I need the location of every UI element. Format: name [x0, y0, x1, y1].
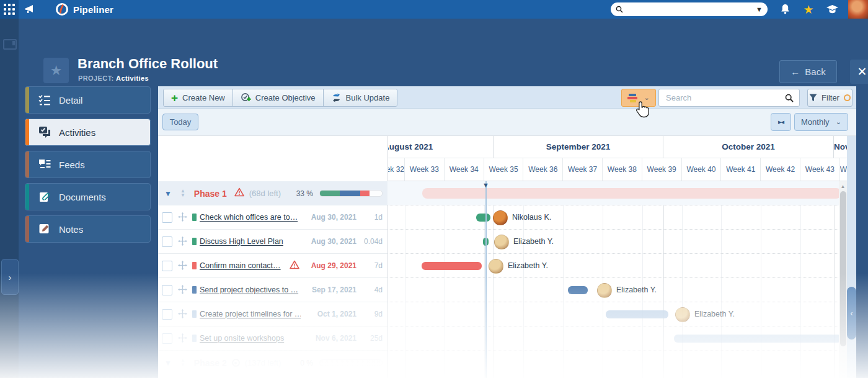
task-checkbox[interactable]	[162, 309, 172, 320]
task-gantt-bar[interactable]	[674, 335, 839, 343]
task-checkbox[interactable]	[162, 212, 172, 223]
today-button[interactable]: Today	[162, 114, 198, 130]
move-handle-icon[interactable]	[178, 285, 188, 295]
collapse-columns-button[interactable]: ▸◂	[771, 113, 791, 131]
open-right-panel-button[interactable]: ‹	[847, 287, 856, 340]
toolbar-button-group: + Create New Create Objective Bulk Updat…	[163, 89, 397, 107]
project-favorite-button[interactable]: ★	[43, 58, 69, 83]
move-handle-icon[interactable]	[178, 333, 188, 343]
academy-button[interactable]	[821, 0, 843, 19]
gantt-controls-row: Today ▸◂ Monthly ⌄	[158, 109, 856, 136]
sidebar-item-color-stripe	[25, 216, 29, 242]
task-gantt-bar[interactable]	[476, 214, 490, 222]
gantt-chart-body: Nikolaus K.Elizabeth Y.Elizabeth Y.Eliza…	[388, 181, 839, 378]
bulk-update-button[interactable]: Bulk Update	[324, 89, 397, 106]
user-avatar[interactable]	[848, 0, 868, 19]
notifications-button[interactable]	[774, 0, 796, 19]
task-due-date: Aug 30, 2021	[301, 213, 356, 222]
close-button[interactable]: ✕	[850, 60, 868, 84]
task-checkbox[interactable]	[162, 261, 172, 271]
scrollbar-thumb[interactable]	[840, 191, 846, 346]
global-search-box[interactable]: ▼	[611, 2, 768, 16]
week-label: Week 44	[840, 165, 847, 174]
announcements-button[interactable]	[22, 2, 38, 17]
phase-list-row: ▼▲▼Phase 2(137d left)0 %	[158, 351, 388, 375]
gantt-search-box[interactable]	[658, 89, 800, 107]
task-gantt-bar[interactable]	[568, 286, 588, 294]
favorites-button[interactable]: ★	[797, 0, 820, 19]
timescale-select[interactable]: Monthly ⌄	[794, 113, 848, 131]
back-button[interactable]: ← Back	[779, 60, 837, 83]
phase-name[interactable]: Phase 1	[194, 189, 227, 199]
sidebar-item-activities[interactable]: Activities	[25, 119, 151, 146]
expand-collapse-icon[interactable]: ▼	[164, 189, 172, 198]
filter-indicator-icon	[844, 94, 851, 101]
task-list-row: Send project objectives to …Sep 17, 2021…	[158, 278, 388, 302]
filter-button[interactable]: Filter	[807, 89, 852, 107]
task-name-link[interactable]: Check which offices are to…	[200, 213, 301, 222]
create-new-button[interactable]: + Create New	[164, 89, 233, 106]
drag-handle-icon[interactable]: ▲▼	[180, 359, 185, 367]
week-label: Week 43	[805, 165, 835, 174]
task-name-link[interactable]: Send project objectives to …	[200, 286, 301, 294]
task-checkbox[interactable]	[162, 285, 172, 295]
phase-gantt-bar[interactable]	[422, 188, 839, 199]
sidebar-item-documents[interactable]: Documents	[25, 183, 151, 210]
month-header-cell: October 2021	[663, 136, 834, 158]
gantt-view-style-dropdown[interactable]: ⌄	[621, 89, 656, 107]
brand-logo[interactable]: Pipeliner	[56, 2, 113, 17]
phase-chart-row	[388, 181, 839, 205]
assignee-avatar[interactable]	[494, 235, 509, 250]
sidebar-item-notes[interactable]: Notes	[25, 215, 151, 243]
assignee-name: Elizabeth Y.	[513, 237, 554, 246]
task-checkbox[interactable]	[162, 236, 172, 247]
sidebar-item-label: Documents	[59, 192, 106, 202]
chevron-down-icon: ⌄	[836, 119, 841, 125]
project-header: ★ Branch Office Rollout PROJECT: Activit…	[19, 19, 868, 86]
bulk-update-label: Bulk Update	[346, 93, 390, 102]
create-objective-button[interactable]: Create Objective	[233, 89, 324, 106]
sidebar-item-detail[interactable]: Detail	[25, 86, 151, 114]
global-search-input[interactable]	[627, 4, 752, 14]
task-name-link[interactable]: Set up onsite workshops	[200, 334, 301, 343]
expand-collapse-icon[interactable]: ▼	[164, 359, 172, 367]
collapse-panel-icon[interactable]	[3, 39, 17, 50]
scroll-up-icon[interactable]: ▲	[839, 182, 847, 190]
assignee-avatar[interactable]	[597, 283, 612, 298]
gantt-toolbar: + Create New Create Objective Bulk Updat…	[158, 86, 856, 109]
task-list-row: Discuss High Level PlanAug 30, 20210.04d	[158, 230, 388, 254]
notes-icon	[38, 222, 51, 236]
phase-name[interactable]: Phase 2	[194, 358, 227, 368]
today-label: Today	[170, 117, 192, 127]
week-header-cell: Week 40	[682, 158, 722, 181]
task-list-row: Check which offices are to…Aug 30, 20211…	[158, 205, 388, 230]
move-handle-icon[interactable]	[178, 236, 188, 246]
week-label: Week 39	[647, 165, 676, 174]
task-name-link[interactable]: Confirm main contact…	[200, 261, 287, 270]
expand-sidebar-button[interactable]: ›	[1, 259, 19, 295]
assignee-avatar[interactable]	[493, 210, 508, 225]
gantt-search-input[interactable]	[665, 92, 785, 103]
task-checkbox[interactable]	[162, 333, 172, 344]
search-caret-icon[interactable]: ▼	[756, 6, 763, 13]
week-header-cell: Week 39	[642, 158, 682, 181]
move-handle-icon[interactable]	[178, 309, 188, 319]
bell-icon	[780, 4, 790, 15]
app-grid-button[interactable]	[0, 0, 19, 19]
task-gantt-bar[interactable]	[606, 310, 668, 318]
assignee-avatar[interactable]	[675, 307, 690, 322]
task-due-date: Nov 6, 2021	[301, 334, 356, 343]
move-handle-icon[interactable]	[178, 212, 188, 222]
task-name-link[interactable]: Discuss High Level Plan	[200, 237, 301, 246]
week-label: Week 41	[726, 165, 755, 174]
sidebar-item-feeds[interactable]: Feeds	[25, 151, 151, 178]
assignee-avatar[interactable]	[489, 259, 503, 274]
sidebar-item-label: Feeds	[59, 160, 85, 170]
today-marker-icon: ▼	[482, 182, 489, 189]
move-handle-icon[interactable]	[178, 261, 188, 271]
task-gantt-bar[interactable]	[422, 262, 482, 270]
assignee-name: Elizabeth Y.	[616, 286, 657, 294]
drag-handle-icon[interactable]: ▲▼	[180, 189, 185, 197]
gantt-task-row: Elizabeth Y.	[388, 254, 839, 278]
task-name-link[interactable]: Create project timelines for …	[200, 310, 301, 318]
